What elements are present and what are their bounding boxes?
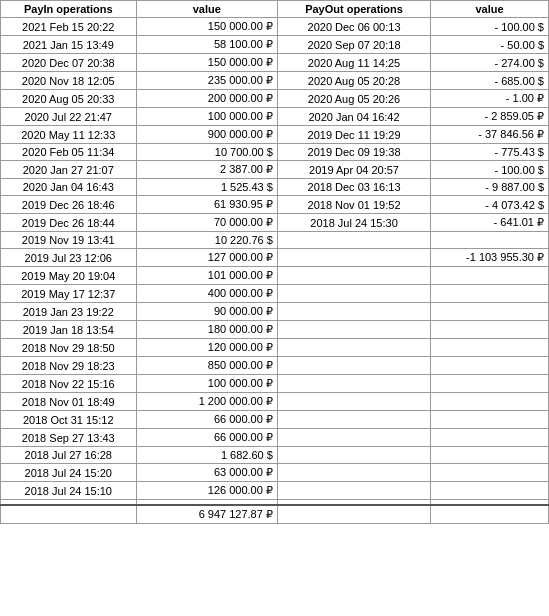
payin-value: 850 000.00 ₽	[136, 357, 277, 375]
total-po-empty	[277, 505, 430, 524]
payout-date: 2020 Aug 11 14:25	[277, 54, 430, 72]
payout-date	[277, 429, 430, 447]
payout-value: -1 103 955.30 ₽	[431, 249, 549, 267]
payout-value-header: value	[431, 1, 549, 18]
payout-value: - 100.00 $	[431, 18, 549, 36]
payout-date: 2020 Dec 06 00:13	[277, 18, 430, 36]
table-row: 2018 Jul 27 16:281 682.60 $	[1, 447, 549, 464]
payin-value: 126 000.00 ₽	[136, 482, 277, 500]
table-row: 2018 Jul 24 15:2063 000.00 ₽	[1, 464, 549, 482]
payout-date: 2019 Dec 09 19:38	[277, 144, 430, 161]
payin-date: 2020 Feb 05 11:34	[1, 144, 137, 161]
total-pi-value: 6 947 127.87 ₽	[136, 505, 277, 524]
table-row: 2020 Jan 27 21:072 387.00 ₽2019 Apr 04 2…	[1, 161, 549, 179]
payout-date	[277, 267, 430, 285]
payout-date: 2018 Dec 03 16:13	[277, 179, 430, 196]
payin-value: 61 930.95 ₽	[136, 196, 277, 214]
main-table: PayIn operations value PayOut operations…	[0, 0, 549, 524]
payin-date: 2019 Jan 18 13:54	[1, 321, 137, 339]
payout-date	[277, 464, 430, 482]
table-row: 2018 Sep 27 13:4366 000.00 ₽	[1, 429, 549, 447]
payout-value	[431, 339, 549, 357]
payin-date: 2018 Nov 22 15:16	[1, 375, 137, 393]
payin-value: 10 700.00 $	[136, 144, 277, 161]
payin-value: 2 387.00 ₽	[136, 161, 277, 179]
payout-value	[431, 357, 549, 375]
payout-value: - 274.00 $	[431, 54, 549, 72]
table-row: 2019 May 17 12:37400 000.00 ₽	[1, 285, 549, 303]
payin-value: 70 000.00 ₽	[136, 214, 277, 232]
payin-value: 10 220.76 $	[136, 232, 277, 249]
payin-value: 63 000.00 ₽	[136, 464, 277, 482]
payin-date: 2018 Jul 27 16:28	[1, 447, 137, 464]
payout-value: - 37 846.56 ₽	[431, 126, 549, 144]
payin-date: 2020 Nov 18 12:05	[1, 72, 137, 90]
payin-date: 2019 May 20 19:04	[1, 267, 137, 285]
payout-value	[431, 393, 549, 411]
total-po-value	[431, 505, 549, 524]
payout-date	[277, 375, 430, 393]
payin-date: 2018 Nov 29 18:50	[1, 339, 137, 357]
payin-date: 2018 Nov 01 18:49	[1, 393, 137, 411]
table-row: 2020 Nov 18 12:05235 000.00 ₽2020 Aug 05…	[1, 72, 549, 90]
payin-date: 2018 Jul 24 15:10	[1, 482, 137, 500]
table-row: 2018 Nov 29 18:23850 000.00 ₽	[1, 357, 549, 375]
payin-value: 90 000.00 ₽	[136, 303, 277, 321]
payout-value: - 2 859.05 ₽	[431, 108, 549, 126]
payout-date: 2019 Apr 04 20:57	[277, 161, 430, 179]
payin-value: 200 000.00 ₽	[136, 90, 277, 108]
payout-value	[431, 232, 549, 249]
payin-value: 66 000.00 ₽	[136, 429, 277, 447]
payin-date: 2019 Dec 26 18:44	[1, 214, 137, 232]
payout-date: 2018 Jul 24 15:30	[277, 214, 430, 232]
payout-date	[277, 285, 430, 303]
payin-date: 2020 Dec 07 20:38	[1, 54, 137, 72]
table-row: 2019 Jan 23 19:2290 000.00 ₽	[1, 303, 549, 321]
payout-value	[431, 411, 549, 429]
table-row: 2018 Nov 01 18:491 200 000.00 ₽	[1, 393, 549, 411]
payout-value	[431, 464, 549, 482]
payout-value	[431, 429, 549, 447]
payout-date: 2020 Aug 05 20:26	[277, 90, 430, 108]
payout-date: 2020 Jan 04 16:42	[277, 108, 430, 126]
table-row: 2020 Dec 07 20:38150 000.00 ₽2020 Aug 11…	[1, 54, 549, 72]
payout-value: - 50.00 $	[431, 36, 549, 54]
payin-date: 2019 Jul 23 12:06	[1, 249, 137, 267]
payout-date	[277, 447, 430, 464]
total-pi-empty	[1, 505, 137, 524]
payout-value	[431, 482, 549, 500]
payout-date: 2020 Sep 07 20:18	[277, 36, 430, 54]
table-row: 2019 Jul 23 12:06127 000.00 ₽-1 103 955.…	[1, 249, 549, 267]
payout-value	[431, 321, 549, 339]
table-row: 2020 May 11 12:33900 000.00 ₽2019 Dec 11…	[1, 126, 549, 144]
payout-value: - 641.01 ₽	[431, 214, 549, 232]
payin-date: 2019 Nov 19 13:41	[1, 232, 137, 249]
table-row: 2020 Jul 22 21:47100 000.00 ₽2020 Jan 04…	[1, 108, 549, 126]
payin-value: 66 000.00 ₽	[136, 411, 277, 429]
payout-date: 2019 Dec 11 19:29	[277, 126, 430, 144]
payout-date	[277, 411, 430, 429]
payin-date: 2019 May 17 12:37	[1, 285, 137, 303]
payout-date	[277, 339, 430, 357]
table-row: 2018 Jul 24 15:10126 000.00 ₽	[1, 482, 549, 500]
table-row: 2021 Feb 15 20:22150 000.00 ₽2020 Dec 06…	[1, 18, 549, 36]
payout-value: - 685.00 $	[431, 72, 549, 90]
payin-header: PayIn operations	[1, 1, 137, 18]
payin-value: 900 000.00 ₽	[136, 126, 277, 144]
payin-value: 101 000.00 ₽	[136, 267, 277, 285]
payin-date: 2020 May 11 12:33	[1, 126, 137, 144]
payout-date	[277, 321, 430, 339]
payout-value: - 100.00 $	[431, 161, 549, 179]
payin-date: 2019 Jan 23 19:22	[1, 303, 137, 321]
payin-date: 2018 Sep 27 13:43	[1, 429, 137, 447]
payout-value: - 775.43 $	[431, 144, 549, 161]
table-row: 2019 Dec 26 18:4470 000.00 ₽2018 Jul 24 …	[1, 214, 549, 232]
payin-value: 150 000.00 ₽	[136, 18, 277, 36]
payin-date: 2020 Jan 04 16:43	[1, 179, 137, 196]
table-row: 2021 Jan 15 13:4958 100.00 ₽2020 Sep 07 …	[1, 36, 549, 54]
payout-value: - 4 073.42 $	[431, 196, 549, 214]
payout-value	[431, 447, 549, 464]
payin-value: 235 000.00 ₽	[136, 72, 277, 90]
payin-value: 100 000.00 ₽	[136, 375, 277, 393]
payin-date: 2021 Jan 15 13:49	[1, 36, 137, 54]
